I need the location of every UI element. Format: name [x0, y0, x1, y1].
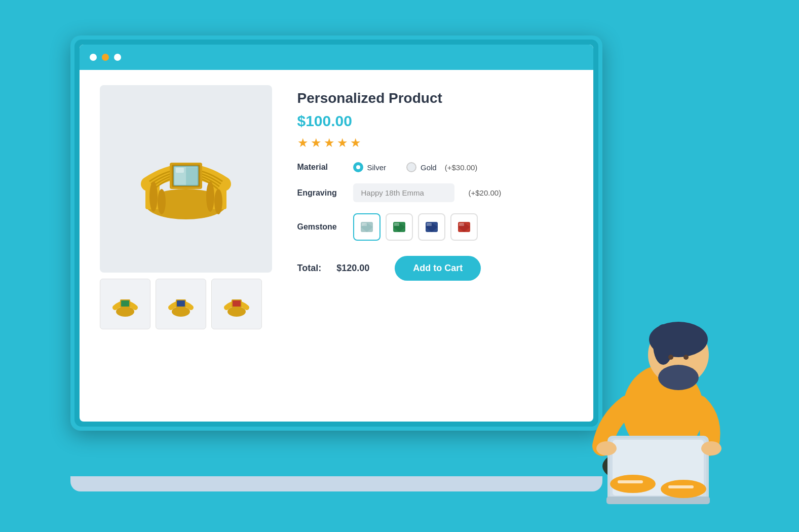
material-gold-label: Gold: [421, 163, 437, 172]
svg-point-45: [668, 355, 673, 360]
total-label: Total:: [297, 263, 322, 274]
product-price: $100.00: [297, 112, 573, 130]
gemstone-emerald[interactable]: [386, 213, 413, 241]
thumbnail-2-svg: [163, 286, 199, 322]
engraving-input[interactable]: [353, 183, 454, 202]
engraving-addon: (+$20.00): [469, 188, 502, 197]
star-3: ★: [324, 136, 335, 150]
gemstone-crystal-svg: [359, 219, 375, 235]
thumbnail-1[interactable]: [100, 279, 150, 329]
laptop-screen-outer: Personalized Product $100.00 ★ ★ ★ ★ ★: [74, 40, 598, 427]
gemstone-label: Gemstone: [297, 222, 343, 232]
laptop-screen: Personalized Product $100.00 ★ ★ ★ ★ ★: [80, 45, 593, 422]
add-to-cart-button[interactable]: Add to Cart: [395, 256, 481, 281]
svg-rect-8: [176, 168, 184, 173]
thumbnail-3-svg: [219, 286, 254, 322]
svg-marker-6: [186, 167, 198, 185]
svg-point-44: [658, 365, 699, 390]
gemstone-sapphire-svg: [424, 219, 440, 235]
total-row: Total: $120.00 Add to Cart: [297, 256, 573, 281]
material-gold-option[interactable]: Gold (+$30.00): [406, 162, 477, 172]
gemstone-options: [353, 213, 478, 241]
star-rating: ★ ★ ★ ★ ★: [297, 136, 573, 150]
material-silver-label: Silver: [367, 163, 387, 172]
gemstone-crystal[interactable]: [353, 213, 381, 241]
svg-rect-22: [233, 300, 241, 307]
material-gold-radio[interactable]: [406, 162, 416, 172]
star-2: ★: [311, 136, 322, 150]
star-1: ★: [297, 136, 309, 150]
total-amount: $120.00: [336, 263, 369, 274]
thumbnail-3[interactable]: [211, 279, 262, 329]
gemstone-sapphire[interactable]: [418, 213, 445, 241]
material-silver-radio[interactable]: [353, 162, 363, 172]
svg-point-48: [661, 480, 706, 498]
gemstone-ruby[interactable]: [450, 213, 478, 241]
svg-point-46: [683, 355, 689, 360]
star-5: ★: [350, 136, 361, 150]
engraving-label: Engraving: [297, 188, 343, 198]
svg-rect-50: [668, 485, 694, 488]
browser-dot-3[interactable]: [114, 54, 121, 61]
svg-point-17: [172, 307, 190, 317]
thumbnail-2[interactable]: [156, 279, 206, 329]
star-4: ★: [337, 136, 348, 150]
person-svg: [562, 263, 754, 507]
browser-chrome: [80, 45, 593, 70]
svg-point-52: [701, 441, 721, 455]
svg-rect-16: [121, 300, 129, 307]
thumbnail-row: [100, 279, 272, 329]
scene: Personalized Product $100.00 ★ ★ ★ ★ ★: [45, 25, 754, 507]
product-details: Personalized Product $100.00 ★ ★ ★ ★ ★: [297, 85, 573, 406]
laptop-body: Personalized Product $100.00 ★ ★ ★ ★ ★: [70, 35, 602, 431]
svg-point-20: [227, 307, 246, 317]
person-illustration: [562, 263, 754, 507]
material-silver-option[interactable]: Silver: [353, 162, 387, 172]
product-page: Personalized Product $100.00 ★ ★ ★ ★ ★: [80, 70, 593, 422]
engraving-option-row: Engraving (+$20.00): [297, 183, 573, 202]
laptop-base: [70, 476, 602, 491]
product-image-svg: [125, 118, 247, 240]
svg-rect-19: [177, 300, 185, 307]
svg-rect-28: [394, 223, 399, 226]
browser-dot-2[interactable]: [102, 54, 109, 61]
svg-rect-49: [618, 480, 643, 483]
gemstone-option-row: Gemstone: [297, 213, 573, 241]
thumbnail-1-svg: [107, 286, 143, 322]
gemstone-emerald-svg: [391, 219, 407, 235]
svg-point-12: [206, 181, 214, 212]
product-title: Personalized Product: [297, 90, 573, 106]
gemstone-ruby-svg: [456, 219, 472, 235]
svg-point-13: [214, 189, 222, 214]
material-option-row: Material Silver Gold (+$30.00): [297, 162, 573, 172]
main-product-image: [100, 85, 272, 273]
svg-point-51: [596, 441, 617, 455]
image-section: [100, 85, 272, 406]
svg-rect-40: [606, 497, 710, 504]
svg-point-14: [116, 307, 134, 317]
svg-rect-25: [362, 223, 367, 226]
material-gold-addon: (+$30.00): [445, 163, 478, 172]
svg-point-10: [149, 181, 158, 212]
material-label: Material: [297, 163, 343, 172]
browser-dot-1[interactable]: [90, 54, 97, 61]
svg-rect-31: [427, 223, 432, 226]
svg-point-11: [158, 189, 166, 214]
svg-point-47: [610, 475, 656, 493]
svg-rect-34: [459, 223, 464, 226]
